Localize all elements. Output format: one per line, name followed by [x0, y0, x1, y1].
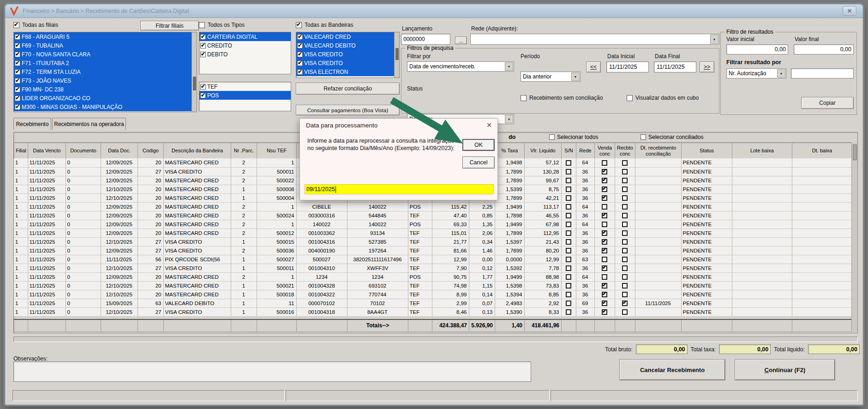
filiais-scroll-thumb[interactable]: [193, 77, 196, 90]
row-checkbox[interactable]: [622, 283, 628, 289]
column-header[interactable]: Lote baixa: [732, 143, 792, 159]
row-checkbox[interactable]: [622, 265, 628, 271]
row-checkbox[interactable]: [622, 292, 628, 297]
selecionar-todos-checkbox[interactable]: [549, 134, 555, 140]
row-checkbox[interactable]: [602, 178, 607, 183]
row-checkbox[interactable]: [566, 160, 571, 166]
list-item[interactable]: M300 - MINAS GOIAS - MANIPULAÇÃO: [14, 102, 197, 111]
valor-final-field[interactable]: 0,00: [794, 44, 854, 54]
list-item[interactable]: F69 - TUBALINA: [14, 41, 197, 50]
row-checkbox[interactable]: [622, 204, 628, 210]
row-checkbox[interactable]: [602, 292, 607, 297]
table-row[interactable]: 111/11/2025012/10/202527VISA CREDITO1500…: [14, 307, 852, 316]
filiais-listbox[interactable]: F68 - ARAGUARI 5F69 - TUBALINAF70 - NOVA…: [13, 32, 197, 112]
grid-vertical-scrollbar[interactable]: [851, 143, 857, 332]
row-checkbox[interactable]: [622, 178, 628, 183]
column-header[interactable]: Codigo: [138, 143, 164, 159]
column-header[interactable]: Vlr. Liquido: [525, 143, 562, 159]
tab-recebimentos-operadora[interactable]: Recebimentos na operadora: [52, 118, 126, 130]
grid-horizontal-scrollbar[interactable]: [13, 337, 858, 342]
column-header[interactable]: Recbtoconc: [615, 143, 635, 159]
list-item[interactable]: CARTEIRA DIGITAL: [199, 32, 291, 41]
list-item[interactable]: VALECARD CRED: [296, 32, 399, 41]
column-header[interactable]: % Taxa: [495, 143, 525, 159]
list-item[interactable]: DEBITO: [199, 50, 291, 59]
todos-tipos-checkbox[interactable]: [199, 22, 205, 28]
column-header[interactable]: Descrição da Bandeira: [164, 143, 231, 159]
table-row[interactable]: 111/11/2025012/09/202520MASTERCARD CRED2…: [14, 229, 852, 237]
row-checkbox[interactable]: [602, 309, 607, 315]
table-row[interactable]: 111/11/2025012/09/202527VISA CREDITO2500…: [14, 246, 852, 255]
table-row[interactable]: 111/11/2025011/11/202556PIX QRCODE SCDI(…: [14, 255, 852, 264]
list-item[interactable]: LIDER ORGANIZACAO CO: [14, 94, 197, 102]
rede-dropdown-icon[interactable]: ▼: [710, 35, 718, 44]
list-item[interactable]: F73 - JOÃO NAVES: [14, 76, 197, 85]
filtrar-resultado-dropdown-icon[interactable]: ▼: [777, 69, 785, 78]
item-checkbox[interactable]: [15, 96, 20, 101]
row-checkbox[interactable]: [622, 186, 628, 192]
column-header[interactable]: Nsu TEF: [257, 143, 297, 159]
table-row[interactable]: 111/11/2025012/10/202520MASTERCARD CRED1…: [14, 290, 852, 299]
row-checkbox[interactable]: [622, 213, 628, 218]
todas-bandeiras-checkbox[interactable]: [296, 22, 302, 28]
copiar-button[interactable]: Copiar: [801, 97, 854, 109]
row-checkbox[interactable]: [566, 239, 571, 245]
column-header[interactable]: Nr .Parc.: [231, 143, 257, 159]
grid-scroll-thumb[interactable]: [853, 144, 857, 160]
row-checkbox[interactable]: [602, 283, 607, 289]
row-checkbox[interactable]: [566, 204, 571, 210]
row-checkbox[interactable]: [622, 248, 628, 253]
row-checkbox[interactable]: [602, 186, 607, 192]
filtrar-por-combobox[interactable]: Data de vencimento/receb. ▼: [407, 61, 514, 72]
refazer-conciliacao-button[interactable]: Refazer conciliação: [296, 83, 400, 95]
observacoes-textarea[interactable]: [13, 361, 531, 382]
item-checkbox[interactable]: [15, 87, 20, 92]
row-checkbox[interactable]: [602, 239, 607, 245]
data-inicial-field[interactable]: 11/11/2025: [606, 61, 649, 72]
row-checkbox[interactable]: [602, 274, 607, 280]
row-checkbox[interactable]: [622, 230, 628, 236]
row-checkbox[interactable]: [602, 257, 607, 262]
item-checkbox[interactable]: [15, 78, 20, 84]
data-final-field[interactable]: 11/11/2025: [654, 61, 696, 72]
list-item[interactable]: F71 - ITUIUTABA 2: [14, 59, 197, 67]
row-checkbox[interactable]: [622, 222, 628, 227]
row-checkbox[interactable]: [566, 248, 571, 253]
table-row[interactable]: 111/11/2025012/09/202520MASTERCARD CRED2…: [14, 272, 852, 281]
item-checkbox[interactable]: [297, 34, 303, 40]
list-item[interactable]: VALECARD DEBITO: [296, 41, 399, 50]
table-row[interactable]: 111/11/2025012/10/202520MASTERCARD CRED1…: [14, 281, 852, 290]
row-checkbox[interactable]: [566, 230, 571, 236]
rede-combobox[interactable]: ▼: [470, 34, 719, 45]
item-checkbox[interactable]: [15, 52, 20, 57]
item-checkbox[interactable]: [297, 52, 303, 57]
column-header[interactable]: Vendaconc: [595, 143, 615, 159]
todas-filiais-checkbox[interactable]: [13, 22, 19, 28]
item-checkbox[interactable]: [15, 43, 20, 48]
recebimento-sem-conciliacao-checkbox[interactable]: [521, 95, 527, 101]
row-checkbox[interactable]: [566, 213, 571, 218]
row-checkbox[interactable]: [602, 204, 607, 210]
continuar-button[interactable]: Continuar (F2): [735, 360, 835, 380]
row-checkbox[interactable]: [566, 265, 571, 271]
row-checkbox[interactable]: [566, 274, 571, 280]
list-item[interactable]: F68 - ARAGUARI 5: [14, 32, 197, 41]
list-item[interactable]: TEF: [199, 82, 291, 91]
item-checkbox[interactable]: [200, 84, 206, 90]
list-item[interactable]: VISA ELECTRON: [296, 67, 399, 76]
row-checkbox[interactable]: [566, 222, 571, 227]
window-close-icon[interactable]: ✕: [843, 6, 856, 16]
row-checkbox[interactable]: [622, 195, 628, 201]
row-checkbox[interactable]: [602, 195, 607, 201]
tef-pos-listbox[interactable]: TEFPOS: [199, 82, 291, 111]
row-checkbox[interactable]: [566, 195, 571, 201]
item-checkbox[interactable]: [15, 60, 20, 66]
data-proximo-button[interactable]: >>: [700, 61, 714, 72]
row-checkbox[interactable]: [622, 301, 628, 306]
filiais-scrollbar[interactable]: [192, 32, 197, 112]
valor-inicial-field[interactable]: 0,00: [726, 44, 788, 54]
table-row[interactable]: 111/11/2025012/10/202527VISA CREDITO1500…: [14, 264, 852, 272]
list-item[interactable]: POS: [199, 91, 291, 100]
row-checkbox[interactable]: [622, 309, 628, 315]
item-checkbox[interactable]: [200, 93, 206, 98]
